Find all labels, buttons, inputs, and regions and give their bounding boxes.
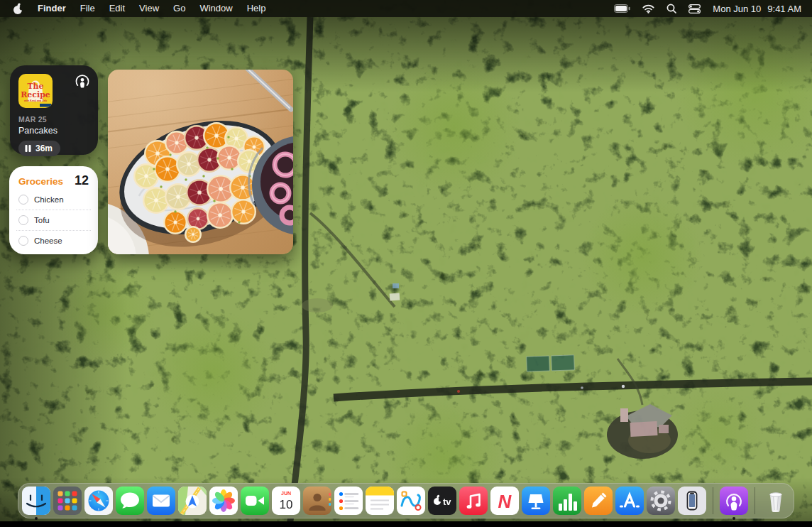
maps-icon <box>178 487 207 515</box>
dock-item-pages[interactable] <box>584 487 613 515</box>
messages-icon <box>116 487 144 515</box>
screen-bottom-bezel <box>0 521 812 527</box>
contacts-icon <box>303 487 331 515</box>
apple-menu[interactable] <box>0 0 31 17</box>
facetime-icon <box>241 487 269 515</box>
dock-item-mail[interactable] <box>147 487 175 515</box>
reminder-label: Cheese <box>34 237 62 245</box>
menu-bar: Finder File Edit View Go Window Help <box>0 0 812 17</box>
menubar-date: Mon Jun 10 <box>713 4 761 14</box>
freeform-icon <box>397 487 425 515</box>
notes-icon <box>366 487 394 515</box>
numbers-icon <box>553 487 581 515</box>
list-title: Groceries <box>18 176 63 187</box>
dock-item-trash[interactable] <box>762 487 790 515</box>
photos-icon <box>209 487 238 515</box>
reminder-item[interactable]: Chicken <box>16 190 91 210</box>
play-pause-button[interactable]: 36m <box>18 141 60 156</box>
dock-item-photos[interactable] <box>209 487 238 515</box>
iphone-mirroring-icon <box>678 487 706 515</box>
reminder-checkbox[interactable] <box>18 215 28 225</box>
dock-item-numbers[interactable] <box>553 487 581 515</box>
news-icon: N <box>490 487 519 515</box>
episode-title: Pancakes <box>18 126 89 136</box>
menu-window[interactable]: Window <box>192 0 239 17</box>
svg-text:N: N <box>498 491 512 512</box>
reminder-label: Tofu <box>34 216 50 224</box>
reminder-checkbox[interactable] <box>18 195 28 205</box>
dock: JUN 10 <box>18 483 794 518</box>
podcasts-app-icon <box>75 73 90 92</box>
dock-item-finder[interactable] <box>22 487 50 515</box>
reminder-item[interactable]: Cheese <box>16 230 91 251</box>
apple-tv-icon: tv <box>428 487 456 515</box>
dock-item-safari[interactable] <box>84 487 113 515</box>
dock-item-news[interactable]: N <box>490 487 519 515</box>
time-remaining: 36m <box>35 143 53 153</box>
menu-file[interactable]: File <box>73 0 102 17</box>
dock-item-keynote[interactable] <box>522 487 550 515</box>
svg-text:JUN: JUN <box>281 491 291 496</box>
dock-item-iphone-mirroring[interactable] <box>678 487 706 515</box>
dock-item-facetime[interactable] <box>241 487 269 515</box>
reminders-icon <box>334 487 363 515</box>
podcasts-icon <box>720 487 748 515</box>
podcast-artwork: The Recipe with Kenji and Deb <box>18 74 53 108</box>
battery-icon[interactable] <box>614 4 630 13</box>
menu-go[interactable]: Go <box>166 0 192 17</box>
finder-icon <box>22 487 50 515</box>
control-center-icon[interactable] <box>688 4 701 13</box>
dock-item-reminders[interactable] <box>334 487 363 515</box>
list-count: 12 <box>75 173 89 188</box>
photo-citrus-platter <box>108 70 293 254</box>
menubar-time: 9:41 AM <box>767 4 801 14</box>
dock-item-app-store[interactable] <box>615 487 644 515</box>
dock-item-music[interactable] <box>459 487 488 515</box>
wifi-icon[interactable] <box>642 4 654 13</box>
svg-text:with Kenji and Deb: with Kenji and Deb <box>23 99 48 102</box>
launchpad-icon <box>53 487 82 515</box>
reminder-list: Chicken Tofu Cheese <box>16 190 91 251</box>
dock-item-apple-tv[interactable]: tv <box>428 487 456 515</box>
spotlight-icon[interactable] <box>666 4 676 13</box>
dock-item-podcasts[interactable] <box>720 487 748 515</box>
pause-icon <box>25 145 31 152</box>
mail-icon <box>147 487 175 515</box>
dock-item-launchpad[interactable] <box>53 487 82 515</box>
dock-item-calendar[interactable]: JUN 10 <box>272 487 300 515</box>
dock-item-notes[interactable] <box>366 487 394 515</box>
svg-text:tv: tv <box>443 496 451 507</box>
dock-item-messages[interactable] <box>116 487 144 515</box>
photos-widget[interactable] <box>108 70 293 254</box>
dock-divider <box>713 487 713 514</box>
episode-date: MAR 25 <box>18 115 89 124</box>
reminder-label: Chicken <box>34 195 64 204</box>
dock-item-freeform[interactable] <box>397 487 425 515</box>
dock-divider <box>755 487 755 514</box>
safari-icon <box>84 487 113 515</box>
app-menu-finder[interactable]: Finder <box>31 0 73 17</box>
app-store-icon <box>615 487 644 515</box>
keynote-icon <box>522 487 550 515</box>
dock-item-contacts[interactable] <box>303 487 331 515</box>
podcasts-widget[interactable]: The Recipe with Kenji and Deb MAR 25 Pan… <box>10 65 98 155</box>
reminders-widget[interactable]: Groceries 12 Chicken Tofu Cheese <box>9 166 98 254</box>
apple-logo-icon <box>13 3 23 15</box>
menubar-clock[interactable]: Mon Jun 10 9:41 AM <box>713 4 801 14</box>
music-icon <box>459 487 488 515</box>
reminder-item[interactable]: Tofu <box>16 210 91 230</box>
desktop: Finder File Edit View Go Window Help <box>0 0 812 527</box>
dock-item-system-settings[interactable] <box>647 487 675 515</box>
calendar-icon: JUN 10 <box>272 487 300 515</box>
menu-help[interactable]: Help <box>240 0 273 17</box>
system-settings-icon <box>647 487 675 515</box>
menu-view[interactable]: View <box>132 0 166 17</box>
svg-text:Recipe: Recipe <box>21 90 50 99</box>
trash-icon <box>762 487 790 515</box>
reminder-checkbox[interactable] <box>18 236 28 246</box>
svg-text:10: 10 <box>280 498 293 511</box>
menu-edit[interactable]: Edit <box>102 0 132 17</box>
pages-icon <box>584 487 613 515</box>
dock-item-maps[interactable] <box>178 487 207 515</box>
